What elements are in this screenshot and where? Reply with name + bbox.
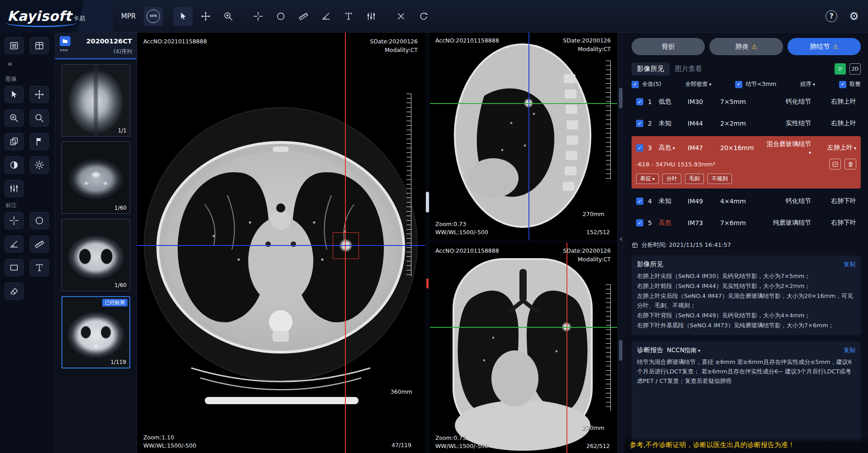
sagittal-crosshair-horizontal[interactable] (430, 103, 617, 104)
viewport-splitter[interactable] (425, 33, 430, 453)
layout-grid-button[interactable] (30, 37, 49, 54)
coronal-crosshair-horizontal[interactable] (430, 327, 617, 328)
nodule-checkbox[interactable]: ✓ (636, 198, 643, 205)
nodule-row-5[interactable]: ✓ 5 高危 IM73 7×6mm 纯磨玻璃结节 右肺下叶 (632, 212, 861, 234)
viewport-axial[interactable]: AccNO:202101158888 SDate:20200126 Modali… (137, 33, 425, 453)
text-icon (34, 263, 44, 273)
sidebar-invert-tool[interactable] (5, 156, 24, 174)
findings-copy-button[interactable]: 复制 (844, 260, 855, 269)
round-checkbox[interactable]: ✓ (839, 81, 846, 88)
feature-tag-irregular[interactable]: 不规则 (708, 174, 732, 184)
2d-view-button[interactable]: 2D (849, 63, 861, 75)
sort-dropdown[interactable]: 排序▾ (800, 80, 815, 88)
help-button[interactable]: ? (822, 7, 841, 26)
report-button[interactable] (835, 63, 846, 75)
nodule-roi-box[interactable] (333, 232, 359, 259)
sidebar-magnify-tool[interactable] (30, 109, 49, 127)
thumb-counter: 1/60 (114, 282, 127, 288)
move-tool-button[interactable] (196, 7, 215, 26)
thumbnail-scout[interactable]: 1/1 (61, 64, 130, 137)
tab-image-view[interactable]: 图片查看 (670, 62, 708, 76)
rectangle-icon (9, 263, 19, 273)
guideline-dropdown[interactable]: NCCN指南▾ (667, 346, 700, 354)
feature-tag-spiculation[interactable]: 毛刺 (685, 174, 704, 184)
zoom-tool-button[interactable] (219, 7, 238, 26)
rotate-ccw-icon (419, 11, 429, 21)
settings-button[interactable]: ⚙ (844, 7, 863, 26)
axial-crosshair-horizontal[interactable] (137, 245, 425, 246)
sidebar-select-tool[interactable] (5, 86, 24, 103)
series-list-button[interactable] (5, 37, 24, 54)
sidebar-copy-tool[interactable] (5, 133, 24, 150)
disease-tab-pneumonia[interactable]: 肺炎 ⚠ (709, 38, 783, 55)
sidebar-flag-tool[interactable] (30, 133, 49, 150)
type-dropdown[interactable]: 混合磨玻璃结节▾ (764, 140, 811, 156)
annotate-angle-tool[interactable] (5, 236, 24, 253)
viewport-sagittal[interactable]: AccNO:202101158888 SDate:20200126 Modali… (430, 33, 617, 240)
thumbnail-series-4-selected[interactable]: 已经检测 1/119 (61, 296, 130, 368)
sidebar-brightness-tool[interactable] (30, 156, 49, 174)
risk-dropdown[interactable]: 高危▾ (659, 144, 684, 152)
density-dropdown[interactable]: 全部密度▾ (685, 80, 712, 88)
lt3mm-checkbox[interactable]: ✓ (735, 81, 742, 88)
sidebar-zoom-in-tool[interactable] (5, 109, 24, 127)
select-all-checkbox[interactable]: ✓ (632, 81, 639, 88)
list-icon (9, 41, 19, 51)
mpr-button[interactable]: MPR (144, 7, 163, 26)
annotate-ellipse-tool[interactable] (30, 212, 49, 229)
nodule-histogram-button[interactable] (829, 159, 841, 170)
axial-zoom: Zoom:1.10 (143, 434, 174, 441)
panel-collapse-button[interactable]: ‹ (618, 234, 625, 243)
collapse-sidebar-button[interactable]: « (5, 58, 15, 71)
logo-swoosh-icon (5, 18, 77, 27)
ellipse-tool-button[interactable] (271, 7, 290, 26)
sagittal-crosshair-vertical[interactable] (528, 33, 529, 240)
detected-badge: 已经检测 (102, 299, 127, 307)
ruler-tool-button[interactable] (294, 7, 313, 26)
scrollbar-handle-top[interactable] (619, 88, 623, 109)
sidebar-window-level-tool[interactable] (5, 180, 24, 197)
cursor-icon (9, 90, 19, 99)
chevron-down-icon: ▾ (709, 82, 712, 87)
disease-tab-lung-nodule[interactable]: 肺结节 ⚠ (788, 38, 861, 55)
crosshair-tool-button[interactable] (249, 7, 268, 26)
nodule-checkbox[interactable]: ✓ (636, 120, 643, 127)
window-level-tool-button[interactable] (362, 7, 381, 26)
text-tool-button[interactable] (339, 7, 358, 26)
nodule-row-2[interactable]: ✓ 2 未知 IM44 2×2mm 实性结节 右肺上叶 (632, 113, 861, 134)
annotate-crosshair-tool[interactable] (5, 212, 24, 229)
scrollbar-handle-bottom[interactable] (619, 340, 623, 361)
angle-tool-button[interactable] (316, 7, 335, 26)
sidebar-move-tool[interactable] (30, 86, 49, 103)
report-copy-button[interactable]: 复制 (844, 346, 855, 354)
disease-tab-fracture[interactable]: 骨折 (632, 38, 705, 55)
coronal-crosshair-vertical[interactable] (566, 243, 567, 453)
series-header[interactable]: 20200126CT *** (4)序列 (55, 33, 137, 59)
annotate-ruler-tool[interactable] (30, 236, 49, 253)
splitter-handle[interactable] (426, 192, 429, 212)
annotate-eraser-tool[interactable] (5, 283, 24, 300)
annotate-text-tool[interactable] (30, 259, 49, 276)
nodule-checkbox[interactable]: ✓ (636, 98, 643, 105)
coronal-scale-ruler (606, 284, 611, 411)
nodule-checkbox[interactable]: ✓ (636, 219, 643, 226)
nodule-checkbox[interactable]: ✓ (636, 144, 643, 151)
annotate-rectangle-tool[interactable] (5, 259, 24, 276)
thumbnail-series-2[interactable]: 1/60 (61, 142, 130, 214)
reset-rotate-button[interactable] (414, 7, 433, 26)
coronal-study-date: SDate:20200126 (563, 247, 611, 254)
tab-findings[interactable]: 影像所见 (632, 62, 670, 76)
select-tool-button[interactable] (174, 7, 193, 26)
nodule-row-1[interactable]: ✓ 1 低危 IM30 7×5mm 钙化结节 右肺上叶 (632, 91, 861, 113)
viewport-coronal[interactable]: AccNO:202101158888 SDate:20200126 Modali… (430, 243, 617, 453)
ruler-icon (34, 239, 44, 249)
report-section: 诊断报告 NCCN指南▾ 复制 结节为混合磨玻璃结节，直径 ≥6mm 若≥6mm… (632, 341, 861, 453)
nodule-row-4[interactable]: ✓ 4 未知 IM49 4×4mm 钙化结节 右肺下叶 (632, 190, 861, 212)
location-dropdown[interactable]: 左肺上叶▾ (827, 144, 856, 152)
nodule-row-3-expanded[interactable]: ✓ 3 高危▾ IM47 20×16mm 混合磨玻璃结节▾ 左肺上叶▾ -618… (632, 136, 861, 189)
feature-tag-lobulation[interactable]: 分叶 (662, 174, 681, 184)
thumbnail-series-3[interactable]: 1/60 (61, 219, 130, 291)
nodule-delete-button[interactable] (844, 159, 856, 170)
feature-dropdown[interactable]: 表征▾ (636, 174, 659, 184)
close-tool-button[interactable] (392, 7, 410, 26)
